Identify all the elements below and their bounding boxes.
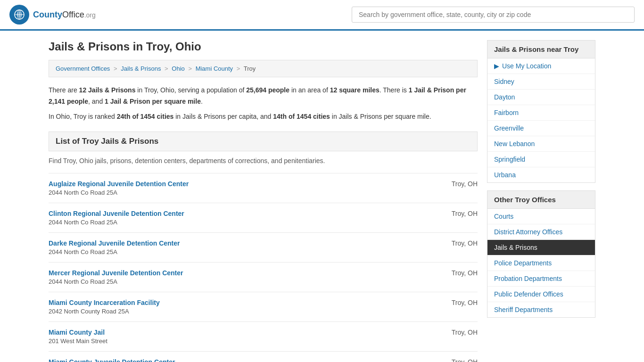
- facility-city: Troy, OH: [452, 358, 478, 362]
- facility-info: Miami County Juvenile Detention Center: [49, 358, 175, 362]
- table-row: Miami County Jail 201 West Main Street T…: [49, 321, 478, 351]
- logo-icon: [9, 5, 29, 25]
- sidebar-other-office-link[interactable]: Public Defender Offices: [494, 290, 563, 298]
- main-container: Jails & Prisons in Troy, Ohio Government…: [39, 31, 605, 362]
- list-heading: List of Troy Jails & Prisons: [49, 132, 478, 151]
- table-row: Mercer Regional Juvenile Detention Cente…: [49, 262, 478, 292]
- sidebar-near-city-item[interactable]: Greenville: [487, 121, 595, 136]
- facility-city: Troy, OH: [452, 329, 478, 336]
- sidebar: Jails & Prisons near Troy ▶ Use My Locat…: [487, 40, 595, 362]
- sidebar-other-office-item[interactable]: Public Defender Offices: [487, 287, 595, 302]
- sidebar-near-city-link[interactable]: Dayton: [494, 93, 515, 101]
- facility-list: Auglaize Regional Juvenile Detention Cen…: [49, 173, 478, 362]
- facility-address: 2042 North County Road 25A: [49, 308, 160, 315]
- sidebar-other-list: CourtsDistrict Attorney OfficesJails & P…: [487, 209, 595, 318]
- location-icon: ▶: [494, 62, 499, 70]
- facility-city: Troy, OH: [452, 210, 478, 217]
- facility-name-link[interactable]: Mercer Regional Juvenile Detention Cente…: [49, 269, 183, 277]
- sidebar-other-office-item[interactable]: District Attorney Offices: [487, 224, 595, 240]
- page-title: Jails & Prisons in Troy, Ohio: [49, 40, 478, 53]
- sidebar-other-office-item[interactable]: Sheriff Departments: [487, 302, 595, 317]
- table-row: Darke Regional Juvenile Detention Center…: [49, 232, 478, 262]
- facility-info: Auglaize Regional Juvenile Detention Cen…: [49, 180, 189, 196]
- facility-name-link[interactable]: Clinton Regional Juvenile Detention Cent…: [49, 210, 184, 217]
- breadcrumb-jails[interactable]: Jails & Prisons: [121, 65, 161, 72]
- sidebar-other-office-link[interactable]: Police Departments: [494, 259, 552, 267]
- sidebar-near-city-item[interactable]: Springfield: [487, 152, 595, 167]
- logo-area: CountyOffice.org: [9, 5, 96, 25]
- facility-address: 2044 North Co Road 25A: [49, 248, 180, 255]
- sidebar-near-city-item[interactable]: Sidney: [487, 74, 595, 90]
- facility-city: Troy, OH: [452, 299, 478, 306]
- table-row: Auglaize Regional Juvenile Detention Cen…: [49, 173, 478, 203]
- breadcrumb-troy: Troy: [244, 65, 256, 72]
- breadcrumb-ohio[interactable]: Ohio: [172, 65, 184, 72]
- table-row: Miami County Incarceration Facility 2042…: [49, 292, 478, 321]
- sidebar-near-list: ▶ Use My Location SidneyDaytonFairbornGr…: [487, 58, 595, 183]
- sidebar-other-office-link[interactable]: District Attorney Offices: [494, 228, 562, 236]
- sidebar-near-city-link[interactable]: Greenville: [494, 124, 524, 132]
- sidebar-other-title: Other Troy Offices: [487, 190, 595, 209]
- search-input[interactable]: [352, 7, 635, 23]
- facility-city: Troy, OH: [452, 239, 478, 247]
- sidebar-other-office-item[interactable]: Police Departments: [487, 255, 595, 271]
- facility-info: Mercer Regional Juvenile Detention Cente…: [49, 269, 183, 285]
- facility-info: Miami County Incarceration Facility 2042…: [49, 299, 160, 315]
- sidebar-near-city-link[interactable]: Sidney: [494, 78, 514, 85]
- facility-info: Darke Regional Juvenile Detention Center…: [49, 239, 180, 255]
- sidebar-near-city-item[interactable]: New Lebanon: [487, 136, 595, 152]
- sidebar-other-office-link[interactable]: Jails & Prisons: [494, 244, 537, 251]
- facility-address: 2044 North Co Road 25A: [49, 189, 189, 196]
- sidebar-near-city-link[interactable]: New Lebanon: [494, 140, 535, 148]
- facility-address: 201 West Main Street: [49, 337, 107, 345]
- header: CountyOffice.org: [0, 0, 644, 31]
- facility-name-link[interactable]: Auglaize Regional Juvenile Detention Cen…: [49, 180, 189, 188]
- facility-info: Clinton Regional Juvenile Detention Cent…: [49, 210, 184, 226]
- sidebar-near-title: Jails & Prisons near Troy: [487, 40, 595, 58]
- content-area: Jails & Prisons in Troy, Ohio Government…: [49, 40, 478, 362]
- facility-name-link[interactable]: Miami County Juvenile Detention Center: [49, 358, 175, 362]
- breadcrumb: Government Offices > Jails & Prisons > O…: [49, 60, 478, 77]
- table-row: Miami County Juvenile Detention Center T…: [49, 351, 478, 362]
- list-description: Find Troy, Ohio jails, prisons, detentio…: [49, 157, 478, 165]
- sidebar-near-city-link[interactable]: Fairborn: [494, 109, 519, 116]
- sidebar-other-office-link[interactable]: Courts: [494, 213, 513, 220]
- sidebar-near-city-link[interactable]: Urbana: [494, 171, 516, 179]
- sidebar-near-city-item[interactable]: Dayton: [487, 90, 595, 105]
- use-location-item[interactable]: ▶ Use My Location: [487, 58, 595, 74]
- sidebar-near-city-item[interactable]: Fairborn: [487, 105, 595, 121]
- breadcrumb-gov-offices[interactable]: Government Offices: [56, 65, 110, 72]
- stats-section: There are 12 Jails & Prisons in Troy, Oh…: [49, 85, 478, 122]
- sidebar-other-office-item[interactable]: Courts: [487, 209, 595, 224]
- sidebar-other-office-link[interactable]: Probation Departments: [494, 275, 562, 282]
- table-row: Clinton Regional Juvenile Detention Cent…: [49, 203, 478, 232]
- sidebar-near-city-link[interactable]: Springfield: [494, 156, 525, 163]
- facility-name-link[interactable]: Miami County Incarceration Facility: [49, 299, 160, 306]
- facility-city: Troy, OH: [452, 269, 478, 277]
- facility-name-link[interactable]: Miami County Jail: [49, 329, 105, 336]
- facility-info: Miami County Jail 201 West Main Street: [49, 329, 107, 345]
- logo-text: CountyOffice.org: [33, 10, 96, 20]
- facility-city: Troy, OH: [452, 180, 478, 188]
- use-location-link[interactable]: Use My Location: [502, 62, 551, 70]
- facility-address: 2044 North Co Road 25A: [49, 278, 183, 285]
- breadcrumb-miami-county[interactable]: Miami County: [196, 65, 233, 72]
- sidebar-near-city-item[interactable]: Urbana: [487, 167, 595, 182]
- facility-name-link[interactable]: Darke Regional Juvenile Detention Center: [49, 239, 180, 247]
- facility-address: 2044 North Co Road 25A: [49, 219, 184, 226]
- sidebar-other-office-item[interactable]: Probation Departments: [487, 271, 595, 287]
- sidebar-other-office-link[interactable]: Sheriff Departments: [494, 306, 553, 313]
- sidebar-other-office-item[interactable]: Jails & Prisons: [487, 240, 595, 255]
